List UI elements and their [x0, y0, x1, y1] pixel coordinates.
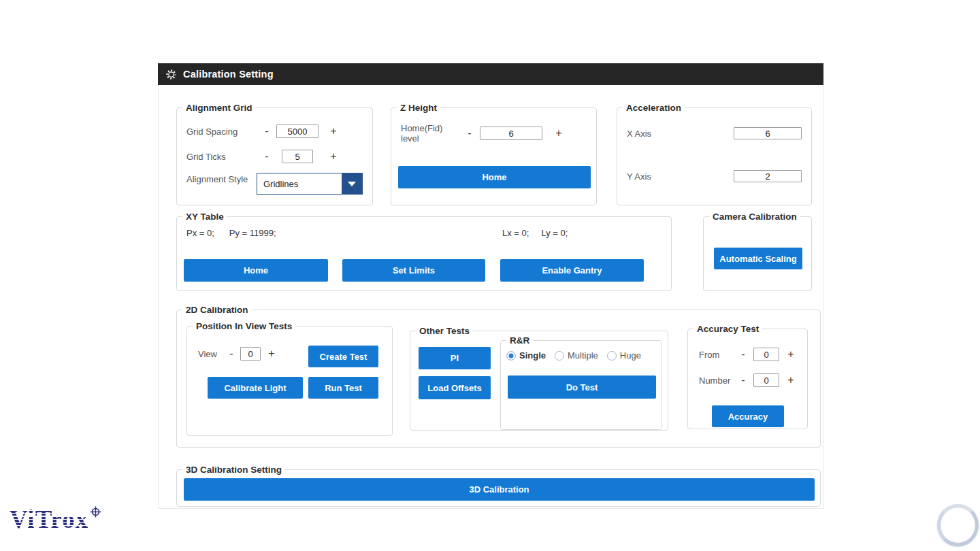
calibration-3d-title: 3D Calibration Setting	[182, 464, 285, 475]
grid-spacing-slot	[276, 124, 318, 138]
acceleration-title: Acceleration	[623, 102, 685, 114]
pi-button[interactable]: PI	[419, 347, 491, 369]
accuracy-test-group: Accuracy Test From - + Number - + Accura…	[687, 329, 808, 429]
view-increment[interactable]: +	[266, 348, 277, 359]
xy-table-title: XY Table	[182, 211, 227, 222]
home-fid-input[interactable]	[480, 127, 542, 140]
y-axis-label: Y Axis	[627, 171, 651, 182]
grid-ticks-row: Grid Ticks - +	[186, 150, 343, 163]
number-row: Number - +	[699, 373, 801, 387]
vitrox-logo: ViTrox	[10, 505, 101, 535]
grid-ticks-input[interactable]	[282, 150, 313, 163]
view-label: View	[198, 349, 223, 359]
number-label: Number	[699, 375, 733, 386]
rr-option-single-label: Single	[519, 350, 546, 361]
grid-ticks-slot	[276, 150, 318, 163]
camera-calibration-title: Camera Calibration	[709, 211, 800, 222]
from-label: From	[699, 350, 733, 360]
z-height-title: Z Height	[397, 102, 440, 114]
position-in-view-title: Position In View Tests	[193, 320, 295, 332]
alignment-style-label: Alignment Style	[186, 173, 257, 184]
from-input[interactable]	[753, 348, 779, 361]
set-limits-button[interactable]: Set Limits	[342, 259, 485, 282]
alignment-style-value: Gridlines	[257, 173, 342, 194]
calibration-3d-group: 3D Calibration Setting 3D Calibration	[176, 469, 821, 507]
rr-option-huge[interactable]: Huge	[607, 350, 641, 361]
camera-calibration-group: Camera Calibration Automatic Scaling	[703, 216, 812, 291]
home-fid-label: Home(Fid) level	[401, 123, 459, 144]
spinner-ring	[937, 504, 979, 546]
x-axis-label: X Axis	[627, 129, 651, 139]
alignment-style-row: Alignment Style Gridlines	[186, 173, 363, 195]
accuracy-test-title: Accuracy Test	[693, 323, 762, 335]
xy-position-readout: Px = 0; Py = 11999;	[186, 228, 276, 238]
position-in-view-group: Position In View Tests View - + Create T…	[186, 326, 393, 436]
calibration-2d-group: 2D Calibration Position In View Tests Vi…	[176, 310, 821, 448]
x-axis-row: X Axis	[627, 127, 802, 139]
alignment-grid-group: Alignment Grid Grid Spacing - + Grid Tic…	[176, 107, 373, 205]
number-increment[interactable]: +	[785, 375, 796, 386]
grid-ticks-decrement[interactable]: -	[261, 151, 272, 162]
window-title: Calibration Setting	[183, 69, 274, 80]
grid-ticks-label: Grid Ticks	[186, 152, 257, 162]
grid-spacing-decrement[interactable]: -	[261, 126, 272, 137]
grid-spacing-input[interactable]	[276, 124, 318, 138]
rr-group: R&R Single Multiple Huge	[500, 340, 662, 430]
load-offsets-button[interactable]: Load Offsets	[419, 376, 491, 399]
gear-icon	[165, 69, 177, 80]
accuracy-button[interactable]: Accuracy	[712, 405, 784, 427]
other-tests-group: Other Tests PI Load Offsets R&R Single M…	[410, 331, 668, 431]
crosshair-icon	[90, 506, 101, 518]
y-axis-row: Y Axis	[627, 170, 802, 182]
grid-spacing-label: Grid Spacing	[186, 127, 257, 137]
number-input[interactable]	[753, 373, 779, 387]
py-value: Py = 11999;	[229, 228, 276, 238]
from-increment[interactable]: +	[785, 349, 796, 360]
do-test-button[interactable]: Do Test	[508, 375, 656, 399]
dropdown-button[interactable]	[342, 173, 362, 194]
alignment-style-dropdown[interactable]: Gridlines	[257, 173, 363, 195]
z-home-button[interactable]: Home	[398, 166, 591, 188]
grid-spacing-row: Grid Spacing - +	[186, 124, 343, 138]
x-axis-input[interactable]	[734, 127, 802, 139]
xy-home-button[interactable]: Home	[184, 259, 328, 282]
radio-icon	[555, 351, 564, 361]
ly-value: Ly = 0;	[541, 228, 568, 238]
grid-ticks-increment[interactable]: +	[328, 151, 339, 162]
calibration-2d-title: 2D Calibration	[182, 304, 252, 316]
view-input[interactable]	[240, 347, 261, 361]
y-axis-input[interactable]	[734, 170, 802, 182]
home-fid-decrement[interactable]: -	[464, 128, 475, 139]
number-decrement[interactable]: -	[738, 375, 749, 386]
radio-icon	[607, 351, 617, 361]
radio-icon	[506, 351, 516, 361]
z-height-group: Z Height Home(Fid) level - + Home	[391, 107, 597, 205]
from-decrement[interactable]: -	[738, 349, 749, 360]
acceleration-group: Acceleration X Axis Y Axis	[617, 107, 812, 205]
home-fid-row: Home(Fid) level - +	[401, 123, 569, 144]
rr-option-multiple-label: Multiple	[568, 350, 598, 361]
automatic-scaling-button[interactable]: Automatic Scaling	[714, 248, 802, 269]
xy-limits-readout: Lx = 0; Ly = 0;	[502, 228, 568, 238]
lx-value: Lx = 0;	[502, 228, 529, 238]
rr-option-huge-label: Huge	[620, 350, 641, 361]
window-titlebar: Calibration Setting	[158, 63, 823, 85]
rr-option-single[interactable]: Single	[506, 350, 546, 361]
grid-spacing-increment[interactable]: +	[328, 126, 339, 137]
from-row: From - +	[699, 348, 801, 361]
xy-table-group: XY Table Px = 0; Py = 11999; Lx = 0; Ly …	[176, 216, 672, 291]
screen: Calibration Setting Alignment Grid Grid …	[0, 0, 980, 551]
px-value: Px = 0;	[186, 228, 214, 238]
view-row: View - +	[198, 347, 280, 361]
view-decrement[interactable]: -	[226, 348, 237, 359]
rr-option-multiple[interactable]: Multiple	[555, 350, 598, 361]
alignment-grid-title: Alignment Grid	[182, 102, 256, 114]
calibration-3d-button[interactable]: 3D Calibration	[184, 478, 815, 501]
calibrate-light-button[interactable]: Calibrate Light	[208, 377, 303, 399]
chevron-down-icon	[348, 182, 356, 186]
run-test-button[interactable]: Run Test	[308, 377, 378, 399]
home-fid-increment[interactable]: +	[553, 128, 564, 139]
create-test-button[interactable]: Create Test	[308, 346, 378, 367]
enable-gantry-button[interactable]: Enable Gantry	[500, 259, 644, 282]
vitrox-logo-text: ViTrox	[10, 505, 88, 535]
